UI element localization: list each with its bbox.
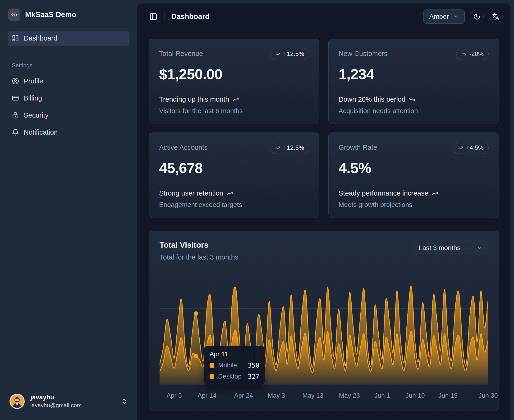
sidebar-item-label: Notification <box>24 128 58 136</box>
languages-icon <box>492 13 499 20</box>
visitors-area-chart[interactable]: Apr 11 Mobile 350 Desktop 327 <box>159 275 488 384</box>
trend-badge-value: +4.5% <box>466 144 484 151</box>
page-title: Dashboard <box>171 12 210 21</box>
stat-footline: Strong user retention <box>159 189 223 197</box>
stat-value: 45,678 <box>159 159 309 176</box>
trending-up-icon <box>227 190 233 196</box>
sidebar-item-notification[interactable]: Notification <box>8 125 129 139</box>
avatar <box>9 394 25 409</box>
trend-badge: +12.5% <box>270 142 309 154</box>
x-tick-label: Apr 24 <box>234 392 253 399</box>
stat-subline: Acquisition needs attention <box>339 107 489 115</box>
x-tick-label: Jun 10 <box>405 392 425 399</box>
user-email: javayhu@gmail.com <box>30 402 115 409</box>
user-menu[interactable]: javayhu javayhu@gmail.com <box>8 382 129 420</box>
chevron-down-icon <box>453 14 459 20</box>
trend-badge: +4.5% <box>453 142 489 154</box>
main-panel: Dashboard Amber Total Revenu <box>137 3 511 420</box>
moon-icon <box>473 13 480 20</box>
stat-label: Growth Rate <box>339 142 377 151</box>
sidebar-section-settings: Settings <box>12 62 129 69</box>
x-tick-label: May 13 <box>302 392 324 399</box>
x-tick-label: Apr 5 <box>166 392 182 399</box>
chart-tooltip: Apr 11 Mobile 350 Desktop 327 <box>204 346 265 385</box>
trending-up-icon <box>275 52 280 57</box>
app-logo-icon <box>8 8 20 21</box>
x-tick-label: Jun 1 <box>374 392 390 399</box>
sidebar-item-label: Billing <box>24 94 42 102</box>
lock-icon <box>12 112 19 119</box>
user-name: javayhu <box>30 394 115 401</box>
stat-card-total-revenue: Total Revenue +12.5% $1,250.00 Trending … <box>149 39 319 124</box>
stat-label: Total Revenue <box>159 48 203 58</box>
tooltip-series-value: 327 <box>248 373 259 380</box>
stat-card-growth-rate: Growth Rate +4.5% 4.5% Steady performanc… <box>328 133 499 218</box>
trend-badge: +12.5% <box>270 48 309 60</box>
user-circle-icon <box>12 77 19 85</box>
stat-label: Active Accounts <box>159 142 208 151</box>
trending-up-icon <box>233 97 239 103</box>
total-visitors-card: Total Visitors Total for the last 3 mont… <box>149 231 499 411</box>
chart-x-axis: Apr 5Apr 14Apr 24May 3May 13May 23Jun 1J… <box>159 389 488 403</box>
app-logo-row: MkSaaS Demo <box>8 7 129 22</box>
sidebar-item-label: Dashboard <box>24 34 57 42</box>
panel-left-icon <box>149 13 158 21</box>
chevrons-up-down-icon <box>121 398 128 405</box>
sidebar-item-label: Profile <box>24 77 43 85</box>
sidebar-item-profile[interactable]: Profile <box>8 74 129 88</box>
dashboard-icon <box>12 35 19 42</box>
time-range-select[interactable]: Last 3 months <box>413 240 488 255</box>
trending-up-icon <box>458 145 463 150</box>
trending-up-icon <box>432 190 438 196</box>
x-tick-label: May 23 <box>339 392 360 399</box>
language-button[interactable] <box>489 10 503 23</box>
time-range-value: Last 3 months <box>419 244 461 252</box>
app-title: MkSaaS Demo <box>25 10 76 19</box>
stat-footline: Trending up this month <box>159 96 229 103</box>
theme-mode-button[interactable] <box>470 10 484 23</box>
trend-badge-value: +12.5% <box>283 50 304 58</box>
stat-card-active-accounts: Active Accounts +12.5% 45,678 Strong use… <box>149 133 319 218</box>
stats-grid: Total Revenue +12.5% $1,250.00 Trending … <box>149 39 499 218</box>
stat-subline: Meets growth projections <box>339 201 489 209</box>
trending-up-icon <box>275 145 280 150</box>
stat-label: New Customers <box>339 48 387 58</box>
topbar: Dashboard Amber <box>137 3 511 30</box>
tooltip-title: Apr 11 <box>210 351 259 358</box>
trend-badge-value: -20% <box>469 50 484 58</box>
chart-title: Total Visitors <box>159 240 238 250</box>
theme-select[interactable]: Amber <box>423 9 465 24</box>
divider <box>165 12 165 21</box>
stat-value: 4.5% <box>339 159 489 176</box>
sidebar: MkSaaS Demo Dashboard Settings Profile B… <box>0 0 137 420</box>
x-tick-label: Jun 30 <box>478 392 498 399</box>
sidebar-item-security[interactable]: Security <box>8 108 129 122</box>
x-tick-label: Jun 19 <box>438 392 458 399</box>
trend-badge-value: +12.5% <box>283 144 304 151</box>
sidebar-item-label: Security <box>24 111 49 119</box>
stat-value: $1,250.00 <box>159 66 309 82</box>
trend-badge: -20% <box>456 48 489 60</box>
chart-subtitle: Total for the last 3 months <box>159 253 238 261</box>
x-tick-label: May 3 <box>268 392 285 399</box>
trending-down-icon <box>409 97 415 103</box>
mobile-series-swatch <box>210 363 214 368</box>
credit-card-icon <box>12 95 19 102</box>
stat-footline: Steady performance increase <box>339 189 428 197</box>
stat-subline: Visitors for the last 6 months <box>159 107 309 115</box>
tooltip-series-label: Mobile <box>218 362 237 369</box>
stat-value: 1,234 <box>339 66 489 82</box>
bell-icon <box>12 129 19 136</box>
tooltip-series-value: 350 <box>248 362 259 369</box>
sidebar-item-dashboard[interactable]: Dashboard <box>8 31 129 45</box>
stat-card-new-customers: New Customers -20% 1,234 Down 20% this p… <box>328 39 499 124</box>
trending-down-icon <box>461 52 466 57</box>
desktop-series-swatch <box>210 374 214 379</box>
chevron-down-icon <box>476 245 483 251</box>
sidebar-toggle-button[interactable] <box>147 11 159 22</box>
stat-subline: Engagement exceed targets <box>159 201 309 209</box>
stat-footline: Down 20% this period <box>339 96 405 103</box>
tooltip-series-label: Desktop <box>218 373 242 380</box>
theme-select-value: Amber <box>429 13 449 20</box>
sidebar-item-billing[interactable]: Billing <box>8 91 129 105</box>
